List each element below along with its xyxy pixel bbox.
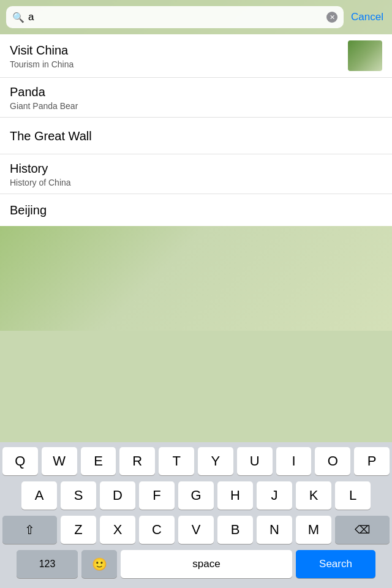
search-bar-row: 🔍 ✕ Cancel xyxy=(0,0,392,34)
suggestions-list: Visit China Tourism in China Panda Giant… xyxy=(0,34,392,226)
shift-key[interactable]: ⇧ xyxy=(2,516,57,544)
key-p[interactable]: P xyxy=(354,447,390,475)
search-icon: 🔍 xyxy=(12,12,24,23)
key-a[interactable]: A xyxy=(21,481,57,510)
suggestion-item-history[interactable]: History History of China xyxy=(0,154,392,194)
key-i[interactable]: I xyxy=(276,447,312,475)
keyboard-row-3: ⇧ Z X C V B N M ⌫ xyxy=(2,516,390,544)
keyboard-row-1: Q W E R T Y U I O P xyxy=(2,447,390,475)
clear-button[interactable]: ✕ xyxy=(326,12,337,23)
key-o[interactable]: O xyxy=(315,447,350,475)
keyboard-row-2: A S D F G H J K L xyxy=(2,481,390,510)
suggestion-text-group: Visit China Tourism in China xyxy=(10,42,74,69)
key-j[interactable]: J xyxy=(257,481,292,510)
search-field-container: 🔍 ✕ xyxy=(6,6,344,28)
key-r[interactable]: R xyxy=(119,447,155,475)
thumbnail-image xyxy=(348,40,382,71)
suggestion-item-visit-china[interactable]: Visit China Tourism in China xyxy=(0,34,392,78)
cancel-button[interactable]: Cancel xyxy=(349,11,386,23)
suggestion-thumbnail xyxy=(348,40,382,71)
key-n[interactable]: N xyxy=(257,516,292,544)
key-y[interactable]: Y xyxy=(198,447,233,475)
key-c[interactable]: C xyxy=(139,516,175,544)
space-key[interactable]: space xyxy=(121,550,292,578)
key-v[interactable]: V xyxy=(178,516,214,544)
suggestion-subtitle: Tourism in China xyxy=(10,59,74,69)
key-l[interactable]: L xyxy=(335,481,371,510)
key-q[interactable]: Q xyxy=(2,447,38,475)
clear-icon: ✕ xyxy=(330,13,335,21)
suggestion-title: History xyxy=(10,160,382,176)
suggestion-subtitle: Giant Panda Bear xyxy=(10,101,382,111)
emoji-key[interactable]: 🙂 xyxy=(81,550,117,578)
key-m[interactable]: M xyxy=(296,516,331,544)
key-u[interactable]: U xyxy=(237,447,273,475)
search-input[interactable] xyxy=(28,11,323,23)
key-b[interactable]: B xyxy=(217,516,253,544)
backspace-key[interactable]: ⌫ xyxy=(335,516,390,544)
key-k[interactable]: K xyxy=(296,481,331,510)
suggestion-title: The Great Wall xyxy=(10,128,382,144)
suggestion-title: Panda xyxy=(10,84,382,100)
suggestion-title: Visit China xyxy=(10,42,74,58)
keyboard: Q W E R T Y U I O P A S D F G H J K L ⇧ … xyxy=(0,442,392,588)
suggestion-item-great-wall[interactable]: The Great Wall xyxy=(0,118,392,154)
key-f[interactable]: F xyxy=(139,481,175,510)
key-h[interactable]: H xyxy=(217,481,253,510)
suggestion-title: Beijing xyxy=(10,202,382,218)
key-t[interactable]: T xyxy=(159,447,194,475)
keyboard-bottom-row: 123 🙂 space Search xyxy=(0,550,392,583)
key-z[interactable]: Z xyxy=(61,516,96,544)
key-e[interactable]: E xyxy=(81,447,116,475)
suggestion-item-beijing[interactable]: Beijing xyxy=(0,194,392,226)
suggestion-subtitle: History of China xyxy=(10,178,382,187)
key-x[interactable]: X xyxy=(100,516,135,544)
key-g[interactable]: G xyxy=(178,481,214,510)
key-s[interactable]: S xyxy=(61,481,96,510)
search-key[interactable]: Search xyxy=(296,550,375,578)
numbers-key[interactable]: 123 xyxy=(17,550,78,578)
suggestion-item-panda[interactable]: Panda Giant Panda Bear xyxy=(0,78,392,118)
key-d[interactable]: D xyxy=(100,481,135,510)
key-w[interactable]: W xyxy=(42,447,77,475)
keyboard-rows: Q W E R T Y U I O P A S D F G H J K L ⇧ … xyxy=(0,442,392,544)
keyboard-bottom-bar xyxy=(0,583,392,588)
